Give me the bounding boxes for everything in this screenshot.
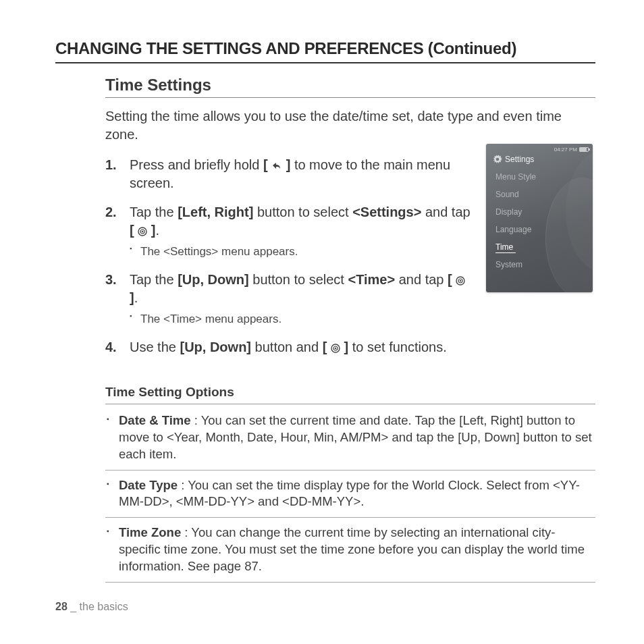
svg-point-8 <box>335 347 336 348</box>
option-date-type: Date Type : You can set the time display… <box>105 477 595 518</box>
option-time-zone: Time Zone : You can change the current t… <box>105 525 595 583</box>
section-heading: Time Settings <box>105 76 595 98</box>
page-number: 28 <box>55 601 68 612</box>
option-text: : You can set the time display type for … <box>119 478 580 509</box>
intro-text: Setting the time allows you to use the d… <box>105 107 595 144</box>
gear-icon <box>493 155 502 164</box>
battery-icon <box>579 147 589 152</box>
device-item-time[interactable]: Time <box>495 238 593 256</box>
device-status-bar: 04:27 PM <box>554 146 589 153</box>
device-screenshot: 04:27 PM Settings Menu Style Sound Displ… <box>486 144 593 292</box>
page-footer: 28 _ the basics <box>55 601 128 613</box>
option-text: : You can change the current time by sel… <box>119 525 585 573</box>
option-label: Date & Time <box>119 413 191 427</box>
step-number: 3. <box>105 271 117 289</box>
svg-point-5 <box>460 280 461 281</box>
select-icon <box>456 276 465 286</box>
select-icon <box>331 344 340 353</box>
step-3-note: The <Time> menu appears. <box>130 311 474 327</box>
footer-section: the basics <box>80 601 128 612</box>
step-number: 2. <box>105 203 117 221</box>
select-icon <box>138 227 147 236</box>
svg-point-2 <box>142 231 143 232</box>
options-heading: Time Setting Options <box>105 385 595 404</box>
back-icon <box>271 161 282 171</box>
step-number: 4. <box>105 338 117 356</box>
step-text: Press and briefly hold <box>130 157 263 172</box>
page-title: CHANGING THE SETTINGS AND PREFERENCES (C… <box>55 39 595 63</box>
step-2-note: The <Settings> menu appears. <box>130 244 474 260</box>
option-label: Time Zone <box>119 525 181 539</box>
option-date-and-time: Date & Time : You can set the current ti… <box>105 412 595 471</box>
options-list: Date & Time : You can set the current ti… <box>105 412 595 583</box>
option-label: Date Type <box>119 478 178 492</box>
device-title: Settings <box>505 155 534 164</box>
device-clock: 04:27 PM <box>554 146 577 153</box>
step-number: 1. <box>105 156 117 174</box>
step-4: 4. Use the [Up, Down] button and [ ] to … <box>105 338 595 356</box>
